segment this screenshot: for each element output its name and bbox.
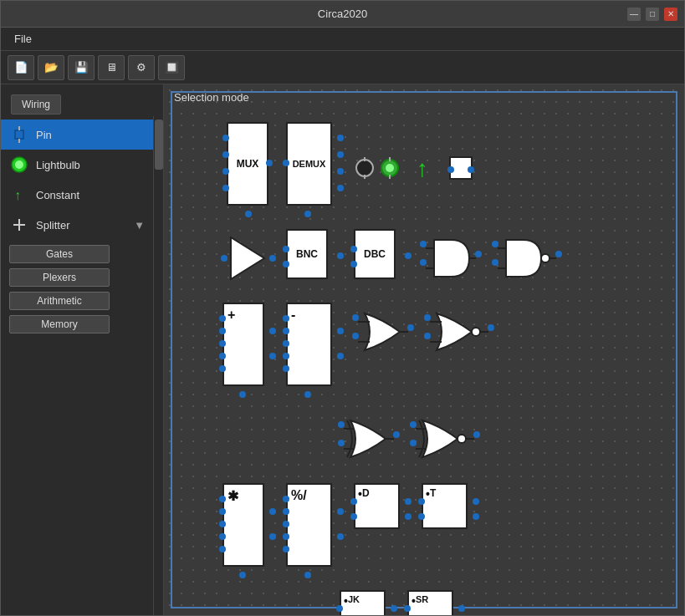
components-area: MUX DEMUX	[176, 114, 672, 603]
component-sub[interactable]: -	[286, 303, 340, 395]
monitor-icon: 🖥	[106, 61, 117, 74]
toolbar-save-button[interactable]: 💾	[68, 55, 95, 80]
buffer-icon	[227, 233, 268, 283]
constant-up-icon: ↑	[414, 153, 436, 183]
main-window: Circa2020 — □ ✕ File 📄 📂 💾 🖥 ⚙ 🔲 Wiring	[0, 0, 685, 616]
or-gate-icon	[358, 307, 408, 357]
toolbar-open-button[interactable]: 📂	[38, 55, 64, 80]
category-arithmetic-button[interactable]: Arithmetic	[9, 292, 110, 310]
lightbulb-icon	[9, 155, 29, 175]
sidebar-item-splitter-label: Splitter	[36, 219, 69, 232]
component-or[interactable]	[354, 303, 412, 361]
xnor-gate-icon	[416, 414, 474, 464]
component-sr-ff[interactable]: •SR	[407, 590, 462, 615]
sidebar-item-splitter[interactable]: Splitter ▼	[1, 210, 153, 240]
component-led-pair[interactable]: ↑	[354, 122, 473, 214]
sidebar-item-lightbulb[interactable]: Lightbulb	[1, 150, 153, 180]
toolbar-new-button[interactable]: 📄	[8, 55, 34, 80]
component-row-4: ✱ %/	[222, 483, 672, 575]
main-area: Wiring Pin	[1, 84, 684, 615]
square-component[interactable]	[449, 156, 473, 180]
component-and[interactable]	[422, 229, 480, 288]
svg-point-20	[541, 254, 550, 262]
component-row-5: •JK •SR	[340, 590, 672, 615]
sidebar-tab-wiring[interactable]: Wiring	[11, 94, 61, 115]
title-bar: Circa2020 — □ ✕	[1, 1, 684, 28]
svg-rect-0	[15, 130, 23, 139]
component-nor[interactable]	[426, 303, 493, 361]
menu-bar: File	[1, 28, 684, 51]
splitter-icon	[9, 215, 29, 235]
component-bnc[interactable]: BNC	[286, 229, 340, 288]
component-xor[interactable]	[340, 410, 398, 468]
window-title: Circa2020	[58, 8, 627, 20]
component-d-ff[interactable]: •D	[354, 483, 408, 537]
component-row-3: + -	[222, 303, 672, 395]
led-off-icon	[354, 157, 376, 179]
toolbar: 📄 📂 💾 🖥 ⚙ 🔲	[1, 51, 684, 84]
xor-gate-icon	[344, 414, 394, 464]
category-memory-button[interactable]: Memory	[9, 315, 110, 333]
sidebar-item-constant-label: Constant	[36, 189, 79, 201]
toolbar-settings-button[interactable]: ⚙	[128, 55, 155, 80]
component-row-2: BNC DBC	[222, 229, 672, 288]
nand-gate-icon	[498, 233, 556, 283]
constant-icon: ↑	[9, 185, 29, 205]
sidebar-list: Pin Lightbulb	[1, 116, 153, 615]
component-mux[interactable]: MUX	[222, 122, 273, 214]
svg-point-4	[15, 160, 23, 169]
sidebar-scrollbar[interactable]	[153, 116, 163, 615]
component-mul[interactable]: ✱	[222, 483, 273, 575]
save-icon: 💾	[74, 61, 89, 74]
canvas-area[interactable]: Selection mode MUX	[164, 84, 684, 615]
sidebar-item-pin-label: Pin	[36, 129, 52, 141]
svg-point-12	[386, 164, 394, 172]
new-icon: 📄	[14, 61, 28, 74]
close-button[interactable]: ✕	[664, 8, 677, 21]
svg-point-34	[458, 435, 466, 443]
sidebar-item-pin[interactable]: Pin	[1, 120, 153, 150]
toolbar-chip-button[interactable]: 🔲	[158, 55, 185, 80]
sidebar-item-lightbulb-label: Lightbulb	[36, 159, 80, 171]
component-dbc[interactable]: DBC	[354, 229, 408, 288]
component-jk-ff[interactable]: •JK	[340, 590, 394, 615]
led-on-icon	[379, 157, 401, 179]
minimize-button[interactable]: —	[627, 8, 641, 21]
pin-icon	[9, 125, 29, 145]
component-xnor[interactable]	[412, 410, 478, 468]
svg-text:↑: ↑	[14, 188, 21, 202]
svg-marker-16	[231, 237, 264, 279]
toolbar-monitor-button[interactable]: 🖥	[98, 55, 125, 80]
sidebar-item-constant[interactable]: ↑ Constant	[1, 180, 153, 210]
and-gate-icon	[426, 233, 476, 283]
component-row-3b	[340, 410, 672, 468]
nor-gate-icon	[430, 307, 488, 357]
svg-point-27	[472, 328, 480, 336]
component-buffer[interactable]	[222, 229, 273, 288]
component-add[interactable]: +	[222, 303, 273, 395]
category-plexers-button[interactable]: Plexers	[9, 268, 110, 287]
selection-mode-label: Selection mode	[174, 91, 249, 104]
window-controls: — □ ✕	[627, 8, 677, 21]
sidebar: Wiring Pin	[1, 84, 164, 615]
component-demux[interactable]: DEMUX	[286, 122, 340, 214]
component-row-1: MUX DEMUX	[222, 122, 672, 214]
splitter-dropdown-icon: ▼	[134, 219, 145, 232]
chip-icon: 🔲	[165, 61, 179, 74]
component-div[interactable]: %/	[286, 483, 340, 575]
component-nand[interactable]	[493, 229, 560, 288]
svg-point-8	[356, 160, 373, 176]
open-icon: 📂	[44, 61, 59, 74]
settings-icon: ⚙	[136, 61, 146, 74]
maximize-button[interactable]: □	[646, 8, 659, 21]
category-gates-button[interactable]: Gates	[9, 245, 110, 263]
component-t-ff[interactable]: •T	[422, 483, 476, 537]
menu-file[interactable]: File	[8, 31, 38, 47]
svg-text:↑: ↑	[417, 155, 428, 181]
